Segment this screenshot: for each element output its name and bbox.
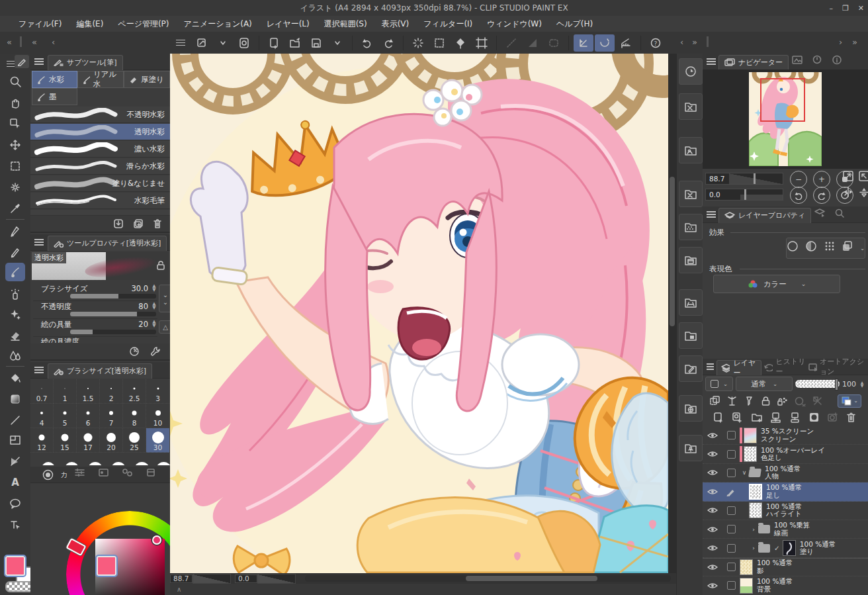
menu-file[interactable]: ファイル(F) (12, 17, 68, 32)
snap-special-icon-disabled[interactable] (544, 34, 564, 52)
help-icon[interactable]: ? (646, 34, 666, 52)
deselect-icon[interactable] (429, 34, 449, 52)
layer-checkbox[interactable] (722, 544, 740, 553)
navigator-zoom-slider[interactable]: 88.7 (705, 173, 783, 185)
brush-size-tab[interactable]: ブラシサイズ[透明水彩] (48, 363, 152, 379)
import-subtool-icon[interactable] (113, 218, 124, 229)
merge-down-icon[interactable] (789, 412, 801, 423)
opacity-slider-handle[interactable] (835, 379, 838, 390)
size-12[interactable]: 12 (30, 428, 54, 453)
snap-to-curve-icon[interactable] (595, 34, 615, 52)
tool-figure[interactable] (5, 411, 25, 430)
lock-transparent-icon[interactable] (777, 396, 788, 406)
layer-color-dropdown[interactable]: ⌄ (838, 394, 861, 408)
material-figure-icon[interactable] (679, 435, 703, 461)
new-folder-icon[interactable] (751, 412, 763, 423)
size-2.5[interactable]: 2.5 (123, 379, 146, 404)
layer-opacity-slider[interactable] (795, 380, 840, 388)
auto-action-tab[interactable]: オートアクション (808, 357, 868, 377)
brush-item-selected[interactable]: 透明水彩 (30, 124, 170, 140)
brush-item-partial[interactable] (30, 210, 170, 216)
chevron-down-icon[interactable] (213, 34, 233, 52)
tool-pencil[interactable] (5, 243, 25, 261)
size-10[interactable]: 10 (146, 404, 169, 428)
new-raster-layer-icon[interactable] (713, 412, 724, 423)
tool-blend[interactable] (5, 346, 25, 365)
reference-layer-icon[interactable] (726, 396, 738, 406)
visibility-eye-icon[interactable] (703, 545, 722, 551)
tool-fill[interactable] (5, 369, 25, 387)
canvas[interactable] (170, 54, 668, 573)
brush-size-menu-icon[interactable] (34, 365, 44, 375)
information-tab-icon[interactable] (831, 55, 848, 68)
layer-row-nuri-folder[interactable]: › ✓ 100 %通常塗り (703, 539, 868, 557)
expression-color-dropdown[interactable]: カラー ⌄ (713, 275, 840, 293)
size-7[interactable]: 7 (100, 404, 123, 428)
size-1[interactable]: 1 (54, 379, 77, 404)
navigator-menu-icon[interactable] (707, 57, 716, 67)
menu-animation[interactable]: アニメーション(A) (177, 17, 259, 32)
color-wheel-tab-icon[interactable] (42, 469, 54, 481)
group-tab-watercolor[interactable]: 水彩 (32, 71, 77, 88)
main-menu-icon[interactable] (171, 34, 191, 52)
layer-checkbox[interactable] (722, 469, 740, 477)
minimize-icon[interactable]: – (829, 4, 833, 13)
layers-tab[interactable]: レイヤー (716, 360, 761, 375)
open-file-icon[interactable] (285, 34, 305, 52)
link-mask-icon-disabled[interactable] (812, 396, 825, 406)
brush-item[interactable]: 濃い水彩 (30, 141, 170, 158)
visibility-eye-icon[interactable] (703, 488, 722, 495)
tool-move-layer[interactable] (5, 136, 25, 154)
tool-polyline[interactable] (5, 452, 25, 471)
material-manga-icon[interactable] (679, 247, 703, 273)
fill-diamond-icon[interactable] (451, 34, 470, 52)
material-download-icon[interactable] (679, 395, 703, 422)
duplicate-subtool-icon[interactable] (133, 218, 144, 229)
effect-border-icon[interactable] (787, 240, 805, 256)
layer-row-haikei[interactable]: 100 %通常背景 (703, 576, 868, 595)
brush-item[interactable]: 塗り&なじませ (30, 175, 170, 192)
layer-property-menu-icon[interactable] (707, 210, 716, 220)
expand-up-icon[interactable]: ∧ (177, 586, 181, 593)
layer-row-highlight[interactable]: 100 %通常ハイライト (703, 502, 868, 520)
subtool-tab[interactable]: サブツール[筆] (48, 55, 123, 70)
material-pattern-icon[interactable] (679, 181, 703, 207)
wrench-settings-icon[interactable] (150, 346, 161, 357)
group-tab-thickpaint[interactable]: 厚塗り (124, 71, 170, 88)
menu-selection[interactable]: 選択範囲(S) (318, 17, 374, 32)
tool-selection[interactable] (5, 157, 25, 175)
draft-layer-icon[interactable] (744, 396, 755, 406)
visibility-eye-icon[interactable] (703, 469, 722, 476)
folder-expanded-chevron-icon[interactable]: ∨ (740, 469, 749, 476)
blend-mode-dropdown[interactable]: 通常 ⌄ (736, 377, 793, 391)
menu-view[interactable]: 表示(V) (375, 17, 416, 32)
group-tab-realwater[interactable]: リアル水 (77, 71, 124, 88)
tool-zoom[interactable] (5, 72, 25, 91)
size-17[interactable]: 17 (77, 428, 100, 453)
tool-hand[interactable] (5, 93, 25, 112)
canvas-vertical-scrollbar[interactable] (668, 54, 676, 573)
size-2[interactable]: 2 (100, 379, 123, 404)
rotate-right-icon[interactable] (813, 187, 830, 204)
tool-palette-tab-pen-icon[interactable] (15, 55, 29, 68)
tool-property-menu-icon[interactable] (34, 238, 44, 248)
menu-window[interactable]: ウィンドウ(W) (480, 17, 548, 32)
clear-icon[interactable] (408, 34, 428, 52)
collapse-left-icon[interactable]: « (7, 37, 12, 47)
effect-tone-icon[interactable] (805, 240, 824, 256)
new-correction-layer-icon[interactable] (732, 412, 744, 423)
item-bank-tab-icon[interactable] (811, 55, 828, 68)
panel-expand-icon[interactable]: » (692, 37, 697, 47)
vertical-scroll-thumb[interactable] (670, 177, 675, 326)
clip-studio-icon[interactable] (234, 34, 254, 52)
visibility-eye-icon[interactable] (703, 564, 722, 571)
layer-row-jinbutsu-folder[interactable]: ∨ 100 %通常人物 (703, 464, 868, 482)
layer-row-iroashi[interactable]: 100 %オーバーレイ色足し (703, 445, 868, 463)
zoom-in-icon[interactable]: + (813, 171, 830, 188)
enable-mask-icon-disabled[interactable] (794, 396, 806, 406)
spinner-icon[interactable]: ▲▼ (151, 302, 157, 310)
save-icon[interactable] (306, 34, 326, 52)
brush-item[interactable]: 不透明水彩 (30, 107, 170, 123)
layer-checkbox[interactable] (722, 563, 740, 571)
slider-paint-amount[interactable]: 絵の具量 20 ▲▼ △ (33, 318, 157, 337)
